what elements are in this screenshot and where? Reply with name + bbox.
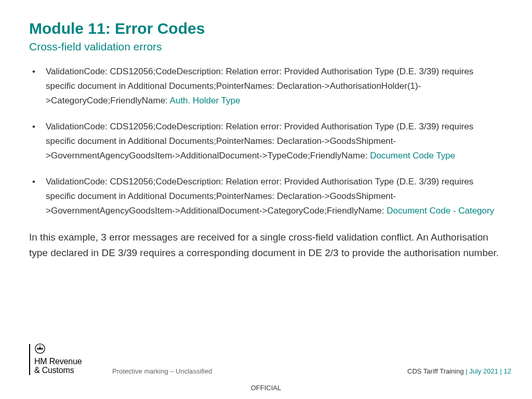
list-item: ValidationCode: CDS12056;CodeDescription… xyxy=(44,175,503,218)
footer: HM Revenue & Customs Protective marking … xyxy=(29,347,511,375)
footer-meta: CDS Tariff Training | July 2021 | 12 xyxy=(407,367,511,375)
slide-subtitle: Cross-field validation errors xyxy=(29,41,503,53)
friendly-name: Document Code Type xyxy=(370,151,455,161)
org-name-line2: & Customs xyxy=(34,366,82,375)
list-item: ValidationCode: CDS12056;CodeDescription… xyxy=(44,64,503,108)
friendly-name: Document Code - Category xyxy=(387,206,494,216)
protective-marking: Protective marking – Unclassified xyxy=(112,367,212,375)
course-name: CDS Tariff Training xyxy=(407,367,464,375)
separator: | xyxy=(500,367,504,375)
svg-point-1 xyxy=(39,345,41,346)
explanation-text: In this example, 3 error messages are re… xyxy=(29,230,503,260)
crown-icon xyxy=(34,343,82,356)
slide: Module 11: Error Codes Cross-field valid… xyxy=(0,0,532,399)
official-marking: OFFICIAL xyxy=(0,384,532,392)
error-body: ValidationCode: CDS12056;CodeDescription… xyxy=(46,66,473,105)
list-item: ValidationCode: CDS12056;CodeDescription… xyxy=(44,119,503,163)
hmrc-logo: HM Revenue & Customs xyxy=(29,343,82,375)
slide-title: Module 11: Error Codes xyxy=(29,20,503,37)
separator: | xyxy=(464,367,468,375)
page-number: 12 xyxy=(504,367,511,375)
error-list: ValidationCode: CDS12056;CodeDescription… xyxy=(29,64,503,218)
logo-bar xyxy=(29,344,30,375)
footer-date: July 2021 xyxy=(468,367,500,375)
friendly-name: Auth. Holder Type xyxy=(170,96,241,105)
org-name-line1: HM Revenue xyxy=(34,357,82,366)
